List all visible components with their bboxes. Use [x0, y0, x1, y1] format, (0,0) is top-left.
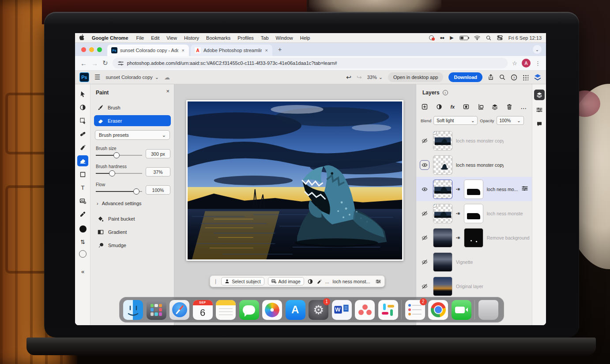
- menu-app-name[interactable]: Google Chrome: [92, 35, 128, 41]
- launchpad-dock-icon[interactable]: [147, 300, 166, 320]
- minimize-window-button[interactable]: [89, 47, 94, 52]
- paint-bucket-row[interactable]: Paint bucket: [98, 216, 135, 222]
- brush-hardness-slider[interactable]: [96, 170, 142, 176]
- add-layer-icon[interactable]: [422, 104, 428, 110]
- smudge-row[interactable]: Smudge: [98, 242, 126, 248]
- menu-profiles[interactable]: Profiles: [237, 35, 254, 41]
- layer-row-vignette[interactable]: Vignette: [416, 250, 532, 274]
- reload-button[interactable]: ↻: [102, 59, 108, 67]
- layer-mask-thumbnail[interactable]: [464, 204, 483, 223]
- menu-history[interactable]: History: [184, 35, 199, 41]
- calendar-dock-icon[interactable]: SEP 6: [193, 300, 213, 320]
- clip-layer-icon[interactable]: [478, 104, 484, 110]
- swap-colors-icon[interactable]: ⇅: [77, 236, 88, 248]
- open-in-desktop-button[interactable]: Open in desktop app: [388, 72, 444, 82]
- site-controls-icon[interactable]: [118, 60, 124, 66]
- safari-dock-icon[interactable]: [169, 300, 189, 320]
- layer-row-loch-ness-mo[interactable]: •◉ loch ness mo...: [416, 177, 532, 201]
- layer-mask-icon[interactable]: [463, 104, 469, 110]
- menu-bookmarks[interactable]: Bookmarks: [206, 35, 230, 41]
- close-window-button[interactable]: [81, 47, 86, 52]
- new-tab-button[interactable]: +: [275, 45, 285, 54]
- menu-window[interactable]: Window: [276, 35, 293, 41]
- layer-row-remove-background[interactable]: •◉ Remove background: [416, 225, 532, 250]
- visibility-toggle[interactable]: [420, 209, 429, 218]
- layer-properties-icon[interactable]: [522, 185, 528, 193]
- layer-mask-thumbnail[interactable]: [464, 228, 483, 248]
- layer-mask-thumbnail[interactable]: [464, 180, 483, 199]
- layer-row-loch-ness-monster-copy[interactable]: ↗ loch ness monster copy: [416, 128, 532, 153]
- menu-clock[interactable]: Fri 6 Sep 12:13: [508, 35, 542, 41]
- menu-help[interactable]: Help: [300, 35, 310, 41]
- bookmark-star-icon[interactable]: ☆: [512, 60, 517, 67]
- tab-sunset-colorado[interactable]: Ps sunset Colorado copy - Adob ×: [107, 45, 189, 56]
- url-bar[interactable]: photoshop.adobe.com/id/urn:aaid:sc:VA6C2…: [113, 58, 508, 68]
- word-dock-icon[interactable]: W: [332, 300, 352, 320]
- photoshop-logo[interactable]: Ps: [79, 72, 89, 82]
- layer-row-original-layer[interactable]: Original layer: [416, 274, 532, 298]
- properties-panel-button[interactable]: [534, 105, 545, 115]
- layer-thumbnail[interactable]: [433, 228, 452, 248]
- slack-dock-icon[interactable]: [378, 300, 398, 320]
- taskbar-properties-icon[interactable]: [376, 279, 381, 284]
- move-tool-icon[interactable]: [77, 89, 88, 100]
- play-circle-icon[interactable]: ▶⁠: [450, 35, 453, 41]
- system-settings-dock-icon[interactable]: ⚙ 1: [309, 300, 328, 320]
- select-subject-button[interactable]: Select subject: [221, 277, 264, 285]
- control-center-icon[interactable]: [497, 35, 503, 40]
- advanced-settings-toggle[interactable]: › Advanced settings: [97, 201, 142, 206]
- gradient-row[interactable]: Gradient: [98, 229, 127, 235]
- close-icon[interactable]: ×: [166, 88, 169, 94]
- adjustment-layer-icon[interactable]: [436, 104, 442, 110]
- heal-tool-icon[interactable]: [77, 128, 88, 139]
- zoom-window-button[interactable]: [97, 47, 102, 52]
- photos-dock-icon[interactable]: [262, 300, 282, 320]
- battery-icon[interactable]: [459, 36, 468, 40]
- remove-tool-icon[interactable]: [77, 142, 88, 153]
- apps-grid-icon[interactable]: [523, 75, 528, 80]
- undo-button[interactable]: ↩: [346, 74, 351, 81]
- layer-effects-icon[interactable]: fx: [450, 104, 455, 109]
- layer-row-loch-ness-monste[interactable]: ↗ •◉ loch ness monste: [416, 201, 532, 225]
- remove-brush-icon[interactable]: [316, 279, 322, 284]
- adjustment-icon[interactable]: [308, 279, 313, 284]
- close-tab-icon[interactable]: ×: [181, 48, 185, 53]
- hamburger-menu-icon[interactable]: ☰: [94, 73, 100, 81]
- notes-dock-icon[interactable]: [216, 300, 236, 320]
- layer-row-loch-ness-monster-copy-2[interactable]: loch ness monster copy 2: [416, 153, 532, 177]
- creative-cloud-icon[interactable]: [534, 73, 542, 81]
- comments-panel-button[interactable]: [534, 119, 545, 129]
- help-icon[interactable]: ?: [511, 74, 517, 81]
- blend-mode-dropdown[interactable]: Soft light ⌄: [433, 116, 478, 125]
- layer-thumbnail[interactable]: [433, 180, 452, 199]
- chrome-menu-icon[interactable]: ⋮: [535, 60, 541, 67]
- share-icon[interactable]: [488, 74, 494, 80]
- opacity-dropdown[interactable]: 100% ⌄: [497, 116, 524, 125]
- menu-tab[interactable]: Tab: [261, 35, 269, 41]
- foreground-color-swatch[interactable]: [77, 223, 88, 234]
- menu-edit[interactable]: Edit: [151, 35, 159, 41]
- document-title-dropdown[interactable]: sunset Colorado copy ⌄: [105, 75, 159, 80]
- tab-search-chevron-icon[interactable]: ⌄: [533, 45, 542, 54]
- transform-select-tool-icon[interactable]: [77, 115, 88, 126]
- tab-adobe-photoshop[interactable]: A Adobe Photoshop streamline ×: [191, 45, 272, 56]
- add-image-tool-icon[interactable]: [77, 195, 88, 206]
- shape-tool-icon[interactable]: [77, 169, 88, 180]
- forward-button[interactable]: →: [91, 60, 98, 67]
- layer-thumbnail[interactable]: [433, 155, 452, 175]
- info-icon[interactable]: i: [443, 90, 448, 95]
- apple-menu-icon[interactable]: [79, 34, 85, 41]
- background-color-swatch[interactable]: [77, 248, 88, 259]
- flow-value[interactable]: 100%: [146, 185, 170, 195]
- profile-avatar[interactable]: A: [522, 59, 531, 68]
- group-layers-icon[interactable]: [492, 104, 498, 110]
- zoom-level-dropdown[interactable]: 33% ⌄: [367, 75, 383, 80]
- add-image-button[interactable]: Add image: [268, 277, 304, 285]
- back-button[interactable]: ←: [80, 60, 87, 67]
- layers-more-icon[interactable]: ...: [521, 103, 527, 111]
- wifi-icon[interactable]: [474, 35, 480, 40]
- select-tool-icon[interactable]: [77, 102, 88, 113]
- status-dots-icon[interactable]: ● ●: [440, 35, 444, 40]
- chrome-dock-icon[interactable]: [428, 300, 448, 320]
- search-icon[interactable]: [499, 74, 505, 80]
